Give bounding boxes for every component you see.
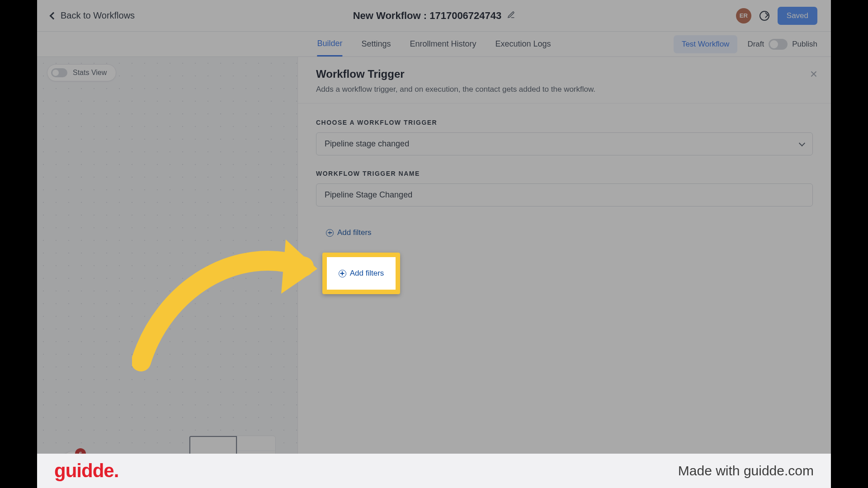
guidde-logo: guidde. bbox=[54, 460, 118, 482]
app-frame: Back to Workflows New Workflow : 1717006… bbox=[37, 0, 831, 488]
publish-label: Publish bbox=[792, 40, 817, 49]
user-avatar[interactable]: ER bbox=[736, 8, 751, 23]
guidde-footer: guidde. Made with guidde.com bbox=[37, 454, 831, 488]
test-workflow-button[interactable]: Test Workflow bbox=[674, 35, 738, 53]
trigger-name-value: Pipeline Stage Changed bbox=[325, 190, 412, 200]
add-filters-label-highlight: Add filters bbox=[350, 269, 384, 278]
stats-view-toggle[interactable] bbox=[51, 68, 67, 77]
add-filters-link[interactable]: Add filters bbox=[339, 269, 384, 278]
back-label: Back to Workflows bbox=[61, 10, 135, 21]
choose-trigger-label: CHOOSE A WORKFLOW TRIGGER bbox=[316, 119, 813, 126]
chevron-left-icon bbox=[50, 12, 57, 19]
panel-header: Workflow Trigger Adds a workflow trigger… bbox=[298, 57, 831, 103]
add-filters-label: Add filters bbox=[337, 228, 372, 237]
publish-toggle-wrap: Draft Publish bbox=[747, 39, 817, 50]
workflow-title: New Workflow : 1717006724743 bbox=[353, 10, 502, 22]
plus-circle-icon bbox=[339, 270, 346, 277]
close-panel-button[interactable]: × bbox=[810, 68, 817, 80]
top-bar-right: ER Saved bbox=[736, 7, 817, 25]
publish-toggle[interactable] bbox=[769, 39, 788, 50]
tab-enrollment-history[interactable]: Enrollment History bbox=[410, 32, 476, 56]
stats-view-label: Stats View bbox=[73, 69, 107, 77]
top-bar: Back to Workflows New Workflow : 1717006… bbox=[37, 0, 831, 32]
workflow-title-wrap: New Workflow : 1717006724743 bbox=[353, 10, 515, 22]
draft-label: Draft bbox=[747, 40, 764, 49]
plus-circle-icon bbox=[326, 229, 334, 237]
tab-settings[interactable]: Settings bbox=[361, 32, 391, 56]
saved-button[interactable]: Saved bbox=[778, 7, 817, 25]
made-with-label: Made with guidde.com bbox=[678, 463, 814, 479]
trigger-select[interactable]: Pipeline stage changed bbox=[316, 132, 813, 155]
tabs-right: Test Workflow Draft Publish bbox=[674, 35, 831, 53]
back-to-workflows-link[interactable]: Back to Workflows bbox=[51, 10, 135, 21]
chevron-down-icon bbox=[799, 140, 805, 146]
trigger-selected-value: Pipeline stage changed bbox=[325, 139, 409, 149]
tutorial-highlight-box: Add filters bbox=[322, 253, 400, 294]
add-filters-link-panel[interactable]: Add filters bbox=[316, 221, 382, 244]
trigger-name-label: WORKFLOW TRIGGER NAME bbox=[316, 170, 813, 177]
panel-body: CHOOSE A WORKFLOW TRIGGER Pipeline stage… bbox=[298, 103, 831, 260]
tab-builder[interactable]: Builder bbox=[317, 32, 342, 56]
tabs-row: Builder Settings Enrollment History Exec… bbox=[37, 32, 831, 57]
tabs-list: Builder Settings Enrollment History Exec… bbox=[317, 32, 551, 56]
trigger-name-input[interactable]: Pipeline Stage Changed bbox=[316, 183, 813, 206]
stats-view-pill[interactable]: Stats View bbox=[47, 64, 116, 81]
panel-title: Workflow Trigger bbox=[316, 68, 813, 80]
pencil-icon bbox=[507, 11, 515, 19]
panel-subtitle: Adds a workflow trigger, and on executio… bbox=[316, 85, 813, 94]
tab-execution-logs[interactable]: Execution Logs bbox=[495, 32, 551, 56]
edit-title-button[interactable] bbox=[507, 11, 515, 21]
version-history-icon[interactable] bbox=[760, 11, 769, 21]
